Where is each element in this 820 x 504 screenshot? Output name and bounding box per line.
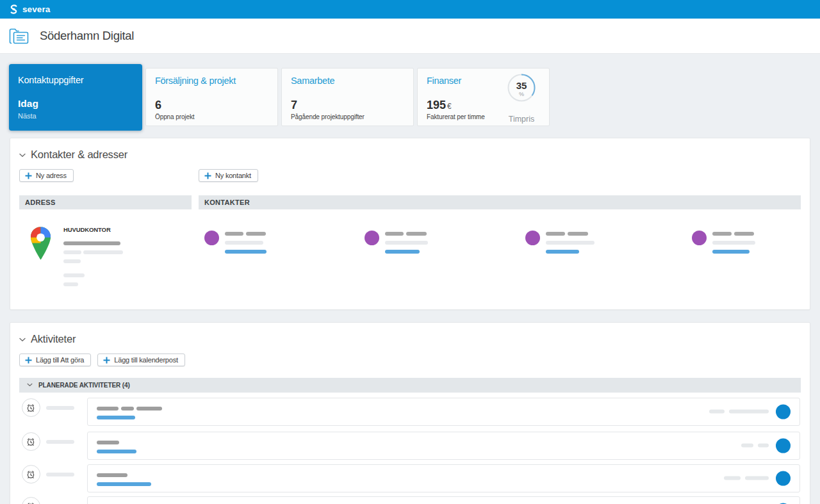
skeleton-link-line[interactable] [97,416,135,419]
alarm-clock-icon [26,437,35,446]
skeleton-line [568,232,588,236]
summary-tabs: Kontaktuppgifter Idag Nästa Försäljning … [9,64,811,131]
skeleton-line [546,241,594,245]
activity-row [19,464,801,492]
tab-samarbete[interactable]: Samarbete 7 Pågående projektuppgifter [281,68,414,126]
activities-section-title: Aktiviteter [31,333,76,345]
skeleton-line [136,407,162,411]
skeleton-line [63,273,85,277]
currency-unit: € [447,102,452,111]
skeleton-line [745,476,769,480]
add-calendar-entry-label: Lägg till kalenderpost [114,356,178,364]
skeleton-line [406,232,427,236]
skeleton-link-line[interactable] [385,250,420,254]
tab-caption: Pågående projektuppgifter [291,113,404,120]
skeleton-line [97,473,127,477]
contact-avatar [365,231,379,245]
chevron-down-icon [27,383,33,387]
new-contact-button[interactable]: Ny kontankt [199,169,258,182]
tab-forsaljning-projekt[interactable]: Försäljning & projekt 6 Öppna projekt [145,68,278,126]
top-navigation-bar: severa [0,0,820,19]
tab-kontaktuppgifter[interactable]: Kontaktuppgifter Idag Nästa [9,64,142,131]
chevron-down-icon [19,153,26,158]
planned-activities-label: PLANERADE AKTIVITETER (4) [38,382,130,389]
alarm-clock-icon [26,470,35,479]
address-skeleton-lines [63,241,123,286]
svg-text:35: 35 [516,80,527,91]
timpris-gauge: 35 % [502,73,541,105]
skeleton-line [246,232,266,236]
skeleton-link-line[interactable] [225,250,266,254]
skeleton-line [46,440,74,444]
contact-item[interactable] [692,226,755,254]
tab-value: 7 [291,99,404,112]
contact-avatar [692,231,707,245]
tab-finanser[interactable]: Finanser 195€ Fakturerat per timme 35 % … [417,68,550,126]
activities-list [19,398,801,504]
skeleton-line [225,232,243,236]
activities-section-header[interactable]: Aktiviteter [19,333,801,345]
new-contact-label: Ny kontankt [215,172,251,179]
contacts-list [199,226,801,254]
tab-label: Samarbete [291,76,404,86]
tab-caption: Öppna projekt [155,113,268,120]
activity-row [19,398,801,426]
assignee-avatar[interactable] [776,438,791,453]
skeleton-line [46,473,74,476]
skeleton-line [97,441,119,444]
skeleton-line [546,232,565,236]
contacts-section-header[interactable]: Kontakter & adresser [19,149,801,161]
add-calendar-entry-button[interactable]: Lägg till kalenderpost [97,354,185,366]
page-title: Söderhamn Digital [40,29,134,43]
skeleton-link-line[interactable] [97,450,136,453]
address-column-header: ADRESS [19,195,192,209]
contact-item[interactable] [365,226,428,254]
google-maps-pin-icon [30,226,51,261]
skeleton-line [385,241,428,245]
assignee-avatar[interactable] [776,404,791,419]
tab-label: Försäljning & projekt [155,76,268,86]
activity-card[interactable] [87,496,800,504]
skeleton-line [758,444,769,448]
skeleton-line [121,407,134,411]
contact-item[interactable] [204,226,266,254]
planned-activities-group-header[interactable]: PLANERADE AKTIVITETER (4) [19,378,801,393]
activity-card[interactable] [87,464,800,492]
tab-primary-value: Idag [18,98,133,110]
activity-card[interactable] [87,398,800,426]
skeleton-link-line[interactable] [712,250,750,254]
skeleton-line [63,259,81,263]
plus-icon [103,357,110,364]
contact-avatar [204,231,219,245]
plus-icon [25,172,32,179]
skeleton-line [385,232,404,236]
contact-avatar [525,231,540,245]
skeleton-line [724,476,741,480]
contact-item[interactable] [525,226,594,254]
activity-type-badge [22,497,40,504]
chevron-down-icon [19,337,26,342]
address-name: HUVUDKONTOR [63,226,123,234]
skeleton-line [63,250,81,254]
gauge-caption: Timpris [502,115,541,124]
skeleton-line [741,444,753,448]
skeleton-line [63,241,120,245]
skeleton-line [83,250,123,254]
plus-icon [25,357,32,364]
contacts-column-header: KONTAKTER [199,195,801,209]
address-item[interactable]: HUVUDKONTOR [19,226,192,286]
add-todo-button[interactable]: Lägg till Att göra [19,354,91,366]
assignee-avatar[interactable] [776,471,791,485]
add-todo-label: Lägg till Att göra [36,356,84,364]
alarm-clock-icon [26,403,35,412]
new-address-button[interactable]: Ny adress [19,169,74,182]
skeleton-link-line[interactable] [97,482,151,486]
activity-card[interactable] [87,432,800,460]
plus-icon [204,172,211,179]
activity-row [19,496,801,504]
skeleton-line [97,407,119,411]
tab-label: Kontaktuppgifter [18,75,133,85]
skeleton-link-line[interactable] [546,250,579,254]
alarm-clock-icon [26,502,35,504]
severa-logo[interactable]: severa [8,4,50,15]
